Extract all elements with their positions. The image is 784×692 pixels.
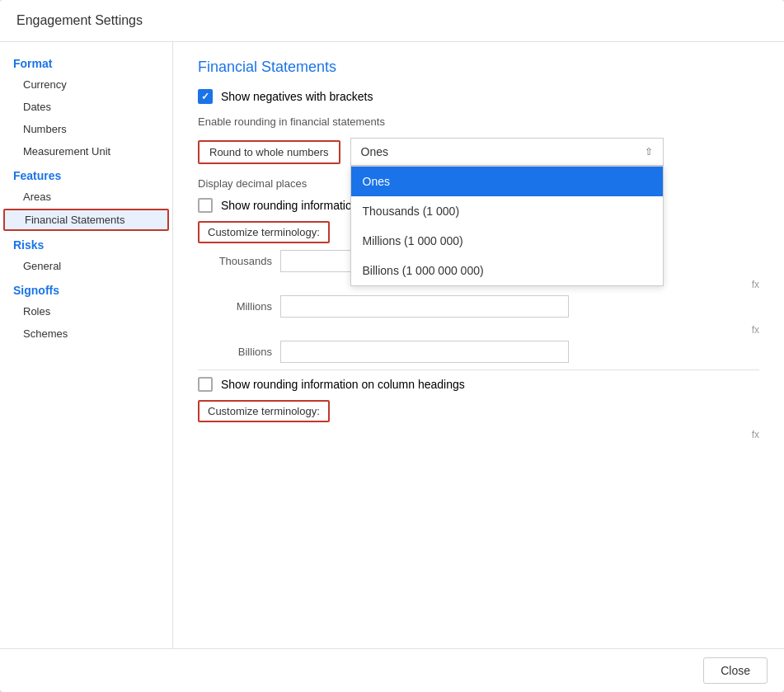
customize-terminology-button-1[interactable]: Customize terminology: bbox=[198, 221, 330, 243]
customize-terminology-row-2: Customize terminology: bbox=[198, 400, 759, 422]
dropdown-list: Ones Thousands (1 000) Millions (1 000 0… bbox=[350, 166, 664, 286]
sidebar-item-currency[interactable]: Currency bbox=[0, 73, 172, 96]
billions-input[interactable] bbox=[280, 341, 569, 363]
modal-footer: Close bbox=[0, 648, 784, 692]
dropdown-option-millions[interactable]: Millions (1 000 000) bbox=[351, 226, 663, 256]
bottom-fx-label: fx bbox=[198, 429, 759, 440]
sidebar-item-financial-statements[interactable]: Financial Statements bbox=[3, 209, 169, 231]
sidebar-section-signoffs: Signoffs bbox=[0, 277, 172, 300]
dropdown-selected-value: Ones bbox=[361, 145, 388, 158]
dropdown-option-ones[interactable]: Ones bbox=[351, 167, 663, 196]
show-rounding-column-row: Show rounding information on column head… bbox=[198, 377, 759, 392]
billions-label: Billions bbox=[198, 346, 272, 358]
customize-terminology-button-2[interactable]: Customize terminology: bbox=[198, 400, 330, 422]
sidebar-item-schemes[interactable]: Schemes bbox=[0, 322, 172, 345]
sidebar-section-risks: Risks bbox=[0, 232, 172, 255]
millions-row: Millions bbox=[198, 295, 759, 318]
modal-title: Engagement Settings bbox=[0, 0, 784, 42]
show-negatives-label: Show negatives with brackets bbox=[221, 90, 373, 103]
title-text: Engagement Settings bbox=[16, 13, 143, 27]
divider bbox=[198, 370, 759, 370]
section-title: Financial Statements bbox=[198, 59, 759, 76]
dropdown-option-billions[interactable]: Billions (1 000 000 000) bbox=[351, 256, 663, 285]
show-negatives-row: Show negatives with brackets bbox=[198, 89, 759, 104]
sidebar-section-features: Features bbox=[0, 162, 172, 186]
sidebar-item-roles[interactable]: Roles bbox=[0, 300, 172, 322]
close-button[interactable]: Close bbox=[703, 657, 768, 684]
sidebar-item-areas[interactable]: Areas bbox=[0, 186, 172, 208]
sidebar-section-format: Format bbox=[0, 50, 172, 73]
thousands-label: Thousands bbox=[198, 255, 272, 267]
millions-fx-label: fx bbox=[198, 324, 759, 336]
modal-body: Format Currency Dates Numbers Measuremen… bbox=[0, 42, 784, 648]
show-rounding-column-label: Show rounding information on column head… bbox=[221, 378, 465, 391]
sidebar-item-general[interactable]: General bbox=[0, 255, 172, 277]
dropdown-option-thousands[interactable]: Thousands (1 000) bbox=[351, 196, 663, 226]
round-to-whole-button[interactable]: Round to whole numbers bbox=[198, 140, 340, 164]
rounding-dropdown[interactable]: Ones ⇧ bbox=[350, 138, 664, 166]
main-content: Financial Statements Show negatives with… bbox=[173, 42, 784, 648]
sidebar-item-numbers[interactable]: Numbers bbox=[0, 118, 172, 140]
modal: Engagement Settings Format Currency Date… bbox=[0, 0, 784, 692]
enable-rounding-label: Enable rounding in financial statements bbox=[198, 115, 759, 128]
rounding-row: Round to whole numbers Ones ⇧ Ones Thous… bbox=[198, 138, 759, 166]
sidebar-item-dates[interactable]: Dates bbox=[0, 96, 172, 118]
millions-label: Millions bbox=[198, 300, 272, 313]
show-rounding-column-checkbox[interactable] bbox=[198, 377, 213, 392]
billions-row: Billions bbox=[198, 341, 759, 363]
sidebar: Format Currency Dates Numbers Measuremen… bbox=[0, 42, 173, 648]
sidebar-item-measurement-unit[interactable]: Measurement Unit bbox=[0, 140, 172, 162]
show-negatives-checkbox[interactable] bbox=[198, 89, 213, 104]
chevron-up-icon: ⇧ bbox=[645, 146, 653, 158]
rounding-dropdown-container: Ones ⇧ Ones Thousands (1 000) Millions (… bbox=[350, 138, 664, 166]
show-rounding-decimal-checkbox[interactable] bbox=[198, 198, 213, 213]
millions-input[interactable] bbox=[280, 295, 569, 318]
